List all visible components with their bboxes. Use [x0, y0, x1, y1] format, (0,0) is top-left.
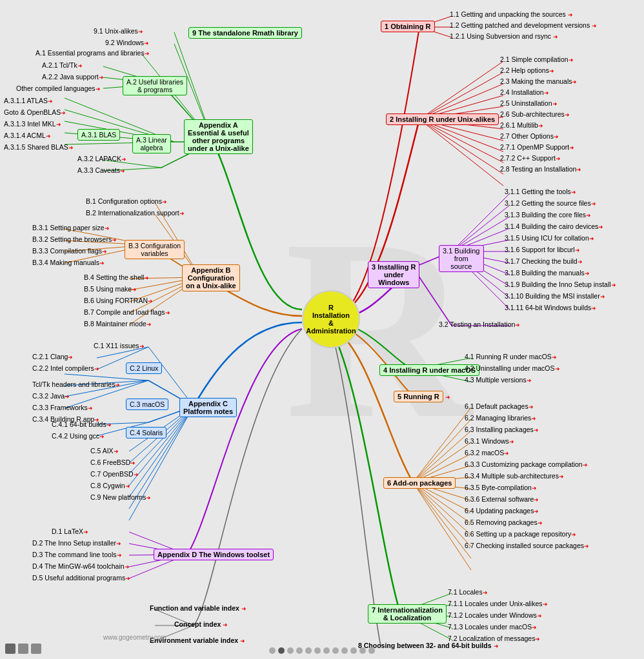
node-2-4[interactable]: 2.4 Installation➜	[500, 88, 549, 96]
node-b1[interactable]: B.1 Configuration options➜	[86, 197, 167, 205]
node-7-1-2[interactable]: 7.1.2 Locales under Windows➜	[448, 611, 542, 619]
node-2-7[interactable]: 2.7 Other Options➜	[500, 132, 559, 140]
node-a2[interactable]: A.2 Useful libraries& programs	[123, 76, 187, 95]
dot-9[interactable]	[341, 647, 348, 654]
node-6-3-6[interactable]: 6.3.6 External software➜	[465, 495, 539, 503]
node-d2[interactable]: D.2 The Inno Setup installer➜	[32, 539, 121, 547]
node-appendix-d[interactable]: Appendix D The Windows toolset	[154, 549, 274, 560]
node-a3-1-4[interactable]: A.3.1.4 ACML➜	[4, 132, 51, 139]
node-6-3-2[interactable]: 6.3.2 macOS➜	[465, 449, 509, 457]
node-c5[interactable]: C.5 AIX➜	[90, 447, 119, 455]
node-appendix-a[interactable]: Appendix AEssential & usefulother progra…	[184, 119, 253, 154]
node-2-3[interactable]: 2.3 Making the manuals➜	[500, 77, 577, 85]
node-6-4[interactable]: 6.4 Updating packages➜	[465, 507, 539, 515]
node-a3-1-1[interactable]: A.3.1.1 ATLAS➜	[4, 97, 53, 104]
node-concept-index[interactable]: Concept index ➜	[174, 620, 228, 628]
node-appendix-c[interactable]: Appendix CPlatform notes	[179, 398, 237, 417]
node-7-1-3[interactable]: 7.1.3 Locales under macOS➜	[448, 623, 537, 631]
node-c4-2[interactable]: C.4.2 Using gcc➜	[52, 432, 105, 440]
node-7-1[interactable]: 7.1 Locales➜	[448, 588, 488, 596]
node-b3-2[interactable]: B.3.2 Setting the browsers➜	[32, 235, 117, 243]
node-d5[interactable]: D.5 Useful additional programs➜	[32, 574, 130, 582]
node-6-2[interactable]: 6.2 Managing libraries➜	[465, 414, 536, 422]
node-3-1-9[interactable]: 3.1.9 Building the Inno Setup install➜	[505, 280, 616, 288]
node-2-1[interactable]: 2.1 Simple compilation➜	[500, 55, 574, 63]
node-c7[interactable]: C.7 OpenBSD➜	[90, 470, 139, 478]
node-3-1[interactable]: 3.1 Buildingfromsource	[439, 245, 484, 272]
node-2-7-1[interactable]: 2.7.1 OpenMP Support➜	[500, 143, 574, 151]
node-1-2-1[interactable]: 1.2.1 Using Subversion and rsync ➜	[450, 32, 558, 40]
node-3-2[interactable]: 3.2 Testing an Installation➜	[439, 320, 520, 328]
node-addon-packages[interactable]: 6 Add-on packages	[383, 477, 456, 489]
icon-1[interactable]	[5, 644, 15, 654]
node-2-6[interactable]: 2.6 Sub-architectures➜	[500, 110, 570, 118]
node-internationalization[interactable]: 7 Internationalization& Localization	[368, 604, 447, 624]
node-d1[interactable]: D.1 LaTeX➜	[52, 527, 88, 535]
node-choosing[interactable]: 8 Choosing between 32- and 64-bit builds…	[358, 642, 499, 649]
dot-11[interactable]	[359, 647, 366, 654]
node-9-1[interactable]: 9.1 Unix-alikes➜	[94, 27, 143, 35]
node-c9[interactable]: C.9 New platforms➜	[90, 493, 151, 501]
node-c2-1[interactable]: C.2.1 Clang➜	[32, 353, 73, 360]
dot-7[interactable]	[323, 647, 330, 654]
node-b3-3[interactable]: B.3.3 Compilation flags➜	[32, 247, 107, 255]
node-6-3-4[interactable]: 6.3.4 Multiple sub-architectures➜	[465, 472, 564, 480]
node-6-3[interactable]: 6.3 Installing packages➜	[465, 426, 539, 433]
node-3-1-6[interactable]: 3.1.6 Support for libcurl➜	[505, 246, 580, 253]
node-3-1-5[interactable]: 3.1.5 Using ICU for collation➜	[505, 234, 594, 242]
dot-3[interactable]	[287, 647, 294, 654]
node-6-5[interactable]: 6.5 Removing packages➜	[465, 518, 543, 526]
node-d4[interactable]: D.4 The MinGW-w64 toolchain➜	[32, 562, 130, 570]
node-a3-1[interactable]: A.3.1 BLAS	[77, 129, 120, 141]
node-3-1-3[interactable]: 3.1.3 Building the core files➜	[505, 211, 591, 219]
icon-2[interactable]	[18, 644, 28, 654]
node-3-1-4[interactable]: 3.1.4 Building the cairo devices➜	[505, 222, 603, 230]
node-b3-4[interactable]: B.3.4 Making manuals➜	[32, 259, 105, 266]
node-a3-1-5[interactable]: A.3.1.5 Shared BLAS➜	[4, 143, 74, 151]
node-6-3-3[interactable]: 6.3.3 Customizing package compilation➜	[465, 460, 588, 468]
node-installing-unix[interactable]: 2 Installing R under Unix-alikes	[386, 113, 499, 125]
node-b3-1[interactable]: B.3.1 Setting paper size➜	[32, 224, 110, 231]
node-a1[interactable]: A.1 Essential programs and libraries➜	[35, 49, 150, 57]
node-a2-1[interactable]: A.2.1 Tcl/Tk➜	[42, 61, 83, 69]
node-c2[interactable]: C.2 Linux	[126, 362, 162, 374]
node-b6[interactable]: B.6 Using FORTRAN➜	[84, 297, 153, 304]
node-3-1-8[interactable]: 3.1.8 Building the manuals➜	[505, 269, 590, 277]
dot-4[interactable]	[296, 647, 303, 654]
node-b7[interactable]: B.7 Compile and load flags➜	[84, 308, 170, 316]
node-3-1-7[interactable]: 3.1.7 Checking the build➜	[505, 257, 583, 265]
node-6-1[interactable]: 6.1 Default packages➜	[465, 402, 534, 410]
node-6-3-1[interactable]: 6.3.1 Windows➜	[465, 437, 514, 445]
node-9[interactable]: 9 The standalone Rmath library	[188, 27, 302, 39]
node-c1[interactable]: C.1 X11 issues➜	[94, 342, 145, 349]
node-6-6[interactable]: 6.6 Setting up a package repository➜	[465, 530, 576, 538]
node-4-2[interactable]: 4.2 Uninstalling under macOS➜	[465, 364, 560, 372]
node-b4[interactable]: B.4 Setting the shell➜	[84, 273, 149, 281]
node-appendix-b[interactable]: Appendix BConfigurationon a Unix-alike	[182, 264, 240, 291]
node-a-other[interactable]: Other compiled languages➜	[16, 84, 101, 92]
node-b5[interactable]: B.5 Using make➜	[84, 285, 137, 293]
dot-8[interactable]	[332, 647, 339, 654]
dot-12[interactable]	[368, 647, 375, 654]
node-goto[interactable]: Goto & OpenBLAS➜	[4, 108, 66, 116]
node-installing-windows[interactable]: 3 Installing RunderWindows	[368, 261, 419, 288]
node-a2-2[interactable]: A.2.2 Java support➜	[42, 73, 104, 81]
node-c8[interactable]: C.8 Cygwin➜	[90, 482, 130, 489]
node-running-r[interactable]: 5 Running R ➜	[394, 391, 450, 402]
node-2-5[interactable]: 2.5 Uninstallation➜	[500, 99, 558, 107]
node-2-7-2[interactable]: 2.7.2 C++ Support➜	[500, 154, 561, 162]
node-6-7[interactable]: 6.7 Checking installed source packages➜	[465, 542, 589, 549]
dot-1[interactable]	[269, 647, 276, 654]
node-a3[interactable]: A.3 Linearalgebra	[132, 134, 171, 153]
node-d3[interactable]: D.3 The command line tools➜	[32, 551, 122, 558]
node-c3-3[interactable]: C.3.3 Frameworks➜	[32, 404, 93, 411]
dot-5[interactable]	[305, 647, 312, 654]
node-c3-2[interactable]: C.3.2 Java➜	[32, 392, 70, 400]
node-c3[interactable]: C.3 macOS	[126, 398, 168, 410]
node-a3-2[interactable]: A.3.2 LAPACK➜	[77, 155, 126, 162]
node-c-tcltk[interactable]: Tcl/Tk headers and libraries➜	[32, 380, 120, 388]
node-b8[interactable]: B.8 Maintainer mode➜	[84, 320, 152, 328]
node-3-1-11[interactable]: 3.1.11 64-bit Windows builds➜	[505, 304, 596, 311]
node-b2[interactable]: B.2 Internationalization support➜	[86, 209, 185, 217]
node-3-1-10[interactable]: 3.1.10 Building the MSI installer➜	[505, 292, 605, 300]
